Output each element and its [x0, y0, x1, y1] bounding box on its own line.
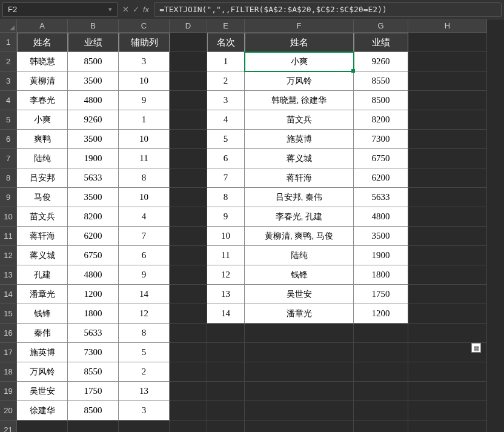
spreadsheet-grid[interactable]: ABCDEFGH 1234567891011121314151617181920…: [0, 19, 504, 432]
cell-G3[interactable]: 8550: [354, 71, 408, 91]
cell-E15[interactable]: 14: [207, 304, 245, 324]
cell-H21[interactable]: [408, 420, 487, 432]
cell-A4[interactable]: 李春光: [17, 91, 68, 110]
cell-D4[interactable]: [170, 91, 207, 110]
row-header-9[interactable]: 9: [0, 188, 17, 207]
cell-B9[interactable]: 3500: [68, 188, 119, 207]
cell-F1[interactable]: 姓名: [245, 33, 354, 52]
cell-H18[interactable]: [408, 362, 487, 382]
cell-G11[interactable]: 3500: [354, 227, 408, 246]
cell-C17[interactable]: 5: [119, 343, 170, 362]
cell-E6[interactable]: 5: [207, 130, 245, 149]
cell-D18[interactable]: [170, 362, 207, 382]
cell-E2[interactable]: 1: [207, 52, 245, 71]
cell-E19[interactable]: [207, 382, 245, 401]
row-header-14[interactable]: 14: [0, 285, 17, 304]
smart-tag-icon[interactable]: ▦: [471, 343, 481, 353]
cell-D8[interactable]: [170, 168, 207, 188]
cell-G1[interactable]: 业绩: [354, 33, 408, 52]
cell-G12[interactable]: 1900: [354, 246, 408, 265]
cell-G9[interactable]: 5633: [354, 188, 408, 207]
cell-D6[interactable]: [170, 130, 207, 149]
row-header-3[interactable]: 3: [0, 71, 17, 91]
cell-A2[interactable]: 韩晓慧: [17, 52, 68, 71]
cell-D3[interactable]: [170, 71, 207, 91]
cell-A19[interactable]: 吴世安: [17, 382, 68, 401]
cell-F16[interactable]: [245, 324, 354, 343]
cell-G4[interactable]: 8500: [354, 91, 408, 110]
cell-C9[interactable]: 10: [119, 188, 170, 207]
cell-G15[interactable]: 1200: [354, 304, 408, 324]
cell-F17[interactable]: [245, 343, 354, 362]
cell-A9[interactable]: 马俊: [17, 188, 68, 207]
cell-A8[interactable]: 吕安邦: [17, 168, 68, 188]
cell-B19[interactable]: 1750: [68, 382, 119, 401]
cell-H10[interactable]: [408, 207, 487, 227]
cell-C13[interactable]: 9: [119, 265, 170, 285]
cell-G2[interactable]: 9260: [354, 52, 408, 71]
cell-D17[interactable]: [170, 343, 207, 362]
cell-A17[interactable]: 施英博: [17, 343, 68, 362]
cell-E14[interactable]: 13: [207, 285, 245, 304]
cell-H15[interactable]: [408, 304, 487, 324]
cell-D14[interactable]: [170, 285, 207, 304]
cell-H5[interactable]: [408, 110, 487, 130]
cell-C14[interactable]: 14: [119, 285, 170, 304]
cell-E5[interactable]: 4: [207, 110, 245, 130]
cell-H7[interactable]: [408, 149, 487, 168]
cell-A5[interactable]: 小爽: [17, 110, 68, 130]
cell-F13[interactable]: 钱锋: [245, 265, 354, 285]
cell-H20[interactable]: [408, 401, 487, 420]
cell-C15[interactable]: 12: [119, 304, 170, 324]
row-header-17[interactable]: 17: [0, 343, 17, 362]
cell-H19[interactable]: [408, 382, 487, 401]
cell-H12[interactable]: [408, 246, 487, 265]
cell-C12[interactable]: 6: [119, 246, 170, 265]
cell-G10[interactable]: 4800: [354, 207, 408, 227]
cell-D19[interactable]: [170, 382, 207, 401]
row-header-15[interactable]: 15: [0, 304, 17, 324]
cell-D7[interactable]: [170, 149, 207, 168]
name-box[interactable]: F2 ▾: [2, 2, 118, 17]
cell-D13[interactable]: [170, 265, 207, 285]
cell-C16[interactable]: 8: [119, 324, 170, 343]
cell-E13[interactable]: 12: [207, 265, 245, 285]
cell-A21[interactable]: [17, 420, 68, 432]
cell-C10[interactable]: 4: [119, 207, 170, 227]
cell-H4[interactable]: [408, 91, 487, 110]
cell-B3[interactable]: 3500: [68, 71, 119, 91]
cell-B2[interactable]: 8500: [68, 52, 119, 71]
cancel-icon[interactable]: ✕: [122, 5, 129, 14]
formula-bar[interactable]: =TEXTJOIN(",",,FILTER($A$2:$A$20,$C$2:$C…: [154, 2, 502, 17]
cell-G7[interactable]: 6750: [354, 149, 408, 168]
cell-C6[interactable]: 10: [119, 130, 170, 149]
cell-E21[interactable]: [207, 420, 245, 432]
cell-F5[interactable]: 苗文兵: [245, 110, 354, 130]
cell-E1[interactable]: 名次: [207, 33, 245, 52]
cell-B7[interactable]: 1900: [68, 149, 119, 168]
row-header-8[interactable]: 8: [0, 168, 17, 188]
cell-E18[interactable]: [207, 362, 245, 382]
cell-D21[interactable]: [170, 420, 207, 432]
cell-E11[interactable]: 10: [207, 227, 245, 246]
cell-D11[interactable]: [170, 227, 207, 246]
cell-E4[interactable]: 3: [207, 91, 245, 110]
cell-A10[interactable]: 苗文兵: [17, 207, 68, 227]
cell-A6[interactable]: 爽鸭: [17, 130, 68, 149]
row-header-20[interactable]: 20: [0, 401, 17, 420]
cell-H13[interactable]: [408, 265, 487, 285]
cell-F21[interactable]: [245, 420, 354, 432]
cell-A3[interactable]: 黄柳清: [17, 71, 68, 91]
cell-F7[interactable]: 蒋义城: [245, 149, 354, 168]
cell-E12[interactable]: 11: [207, 246, 245, 265]
cell-B1[interactable]: 业绩: [68, 33, 119, 52]
row-header-16[interactable]: 16: [0, 324, 17, 343]
cell-C21[interactable]: [119, 420, 170, 432]
cell-G18[interactable]: [354, 362, 408, 382]
cell-H8[interactable]: [408, 168, 487, 188]
row-header-18[interactable]: 18: [0, 362, 17, 382]
row-header-10[interactable]: 10: [0, 207, 17, 227]
row-header-4[interactable]: 4: [0, 91, 17, 110]
cell-A15[interactable]: 钱锋: [17, 304, 68, 324]
cell-C20[interactable]: 3: [119, 401, 170, 420]
